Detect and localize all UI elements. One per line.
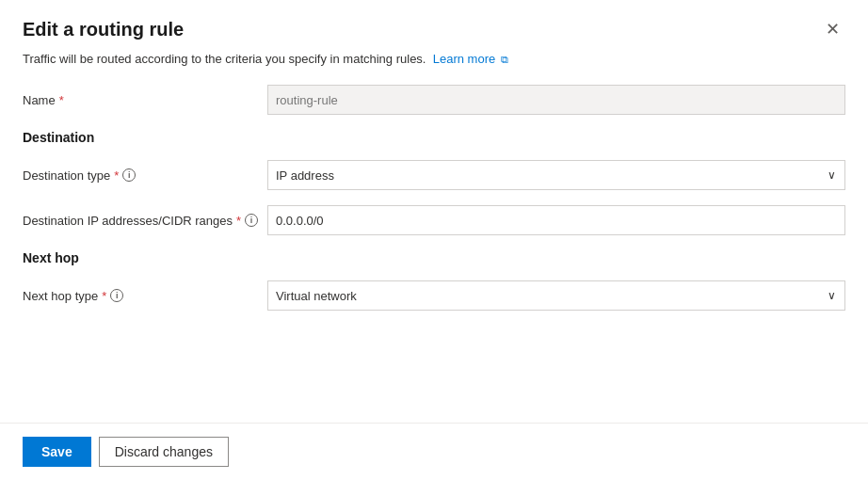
destination-type-row: Destination type * i IP address Service … — [23, 160, 845, 190]
dest-ip-info-icon: i — [245, 214, 258, 227]
external-link-icon: ⧉ — [501, 54, 508, 65]
name-required-star: * — [59, 93, 64, 107]
dialog-title: Edit a routing rule — [23, 19, 184, 40]
next-hop-required-star: * — [102, 289, 106, 303]
next-hop-type-label: Next hop type * i — [23, 289, 267, 303]
name-input[interactable] — [267, 85, 845, 115]
discard-changes-button[interactable]: Discard changes — [99, 437, 229, 467]
next-hop-type-select-wrapper: Virtual network Virtual network gateway … — [267, 280, 845, 311]
destination-ip-row: Destination IP addresses/CIDR ranges * i — [23, 205, 845, 235]
destination-type-select[interactable]: IP address Service Tag Application secur… — [267, 160, 845, 190]
destination-ip-input[interactable] — [267, 205, 845, 235]
next-hop-type-row: Next hop type * i Virtual network Virtua… — [23, 280, 845, 311]
name-label: Name * — [23, 93, 267, 107]
destination-type-control-wrap: IP address Service Tag Application secur… — [267, 160, 845, 190]
dest-type-info-icon: i — [122, 168, 136, 182]
info-text: Traffic will be routed according to the … — [23, 52, 845, 66]
destination-ip-label: Destination IP addresses/CIDR ranges * i — [23, 214, 267, 228]
name-input-wrap — [267, 85, 845, 115]
dest-type-required-star: * — [114, 168, 119, 183]
learn-more-link[interactable]: Learn more ⧉ — [433, 52, 508, 66]
next-hop-info-icon: i — [110, 289, 123, 302]
destination-ip-control-wrap — [267, 205, 845, 235]
dialog-body: Traffic will be routed according to the … — [0, 52, 868, 423]
next-hop-heading: Next hop — [23, 250, 845, 265]
edit-routing-rule-dialog: Edit a routing rule ✕ Traffic will be ro… — [0, 0, 868, 480]
dialog-header: Edit a routing rule ✕ — [0, 0, 868, 52]
next-hop-type-select[interactable]: Virtual network Virtual network gateway … — [267, 280, 845, 311]
save-button[interactable]: Save — [23, 437, 91, 467]
name-row: Name * — [23, 85, 845, 115]
dest-ip-required-star: * — [236, 214, 241, 228]
destination-heading: Destination — [23, 130, 845, 145]
dialog-footer: Save Discard changes — [0, 423, 868, 480]
destination-type-select-wrapper: IP address Service Tag Application secur… — [267, 160, 845, 190]
destination-type-label: Destination type * i — [23, 168, 267, 183]
next-hop-type-control-wrap: Virtual network Virtual network gateway … — [267, 280, 845, 311]
close-button[interactable]: ✕ — [820, 19, 845, 40]
